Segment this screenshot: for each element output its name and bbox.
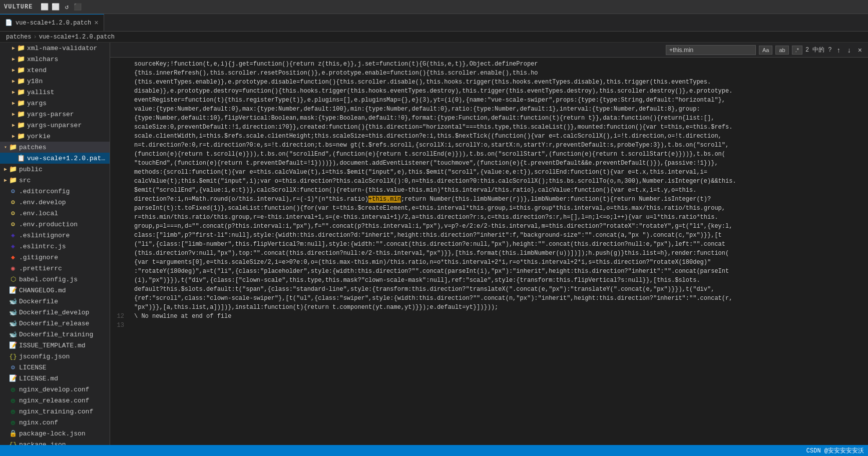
code-line: scaleSize:0,preventDefault:!1,direction:… (110, 123, 868, 132)
line-content: :"rotateY(180deg)",a=t("li",{class:"plac… (130, 267, 868, 276)
sidebar-item-eslintignore[interactable]: ◈.eslintignore (0, 230, 110, 241)
find-prev-btn[interactable]: ↑ (835, 45, 842, 55)
sidebar-item-package-json[interactable]: {}package.json (0, 439, 110, 445)
sidebar-item-env-develop[interactable]: ⚙.env.develop (0, 197, 110, 208)
sidebar-item-patches[interactable]: ▾📁patches (0, 142, 110, 153)
breadcrumb-part-file[interactable]: vue-scale+1.2.0.patch (39, 34, 115, 41)
sidebar-label-dockerfile-release: Dockerfile_release (19, 320, 89, 327)
code-line: class:["limb",p?"first-li":null],style:{… (110, 231, 868, 240)
refresh-icon[interactable]: ↺ (63, 3, 71, 11)
eslint-icon: ◈ (9, 231, 17, 239)
folder-icon: 📁 (17, 44, 25, 52)
code-area[interactable]: sourceKey;!function(t,e,i){j.get=functio… (110, 58, 868, 445)
sidebar-item-babel-config[interactable]: ⬡babel.config.js (0, 274, 110, 285)
sidebar-item-jsconfig[interactable]: {}jsconfig.json (0, 351, 110, 362)
sidebar-item-package-lock[interactable]: 🔒package-lock.json (0, 428, 110, 439)
breadcrumb-separator: › (33, 34, 37, 41)
sidebar-item-yargs-parser[interactable]: ▶📁yargs-parser (0, 109, 110, 120)
line-number (110, 276, 130, 285)
line-content: value:{type:Number,default:0},max:{type:… (130, 105, 868, 114)
folder-arrow-y18n: ▶ (10, 78, 17, 84)
sidebar-item-yargs[interactable]: ▶📁yargs (0, 98, 110, 109)
new-folder-icon[interactable]: ⬜ (52, 3, 60, 11)
sidebar-item-dockerfile-training[interactable]: 🐋Dockerfile_training (0, 329, 110, 340)
sidebar-item-license[interactable]: ⚙LICENSE (0, 362, 110, 373)
sidebar-label-xml-name-validator: xml-name-validator (27, 45, 97, 52)
sidebar-item-y18n[interactable]: ▶📁y18n (0, 76, 110, 87)
status-text: CSDN @安安安安安沃 (806, 446, 864, 455)
line-number (110, 69, 130, 78)
sidebar-item-yorkie[interactable]: ▶📁yorkie (0, 131, 110, 142)
sidebar-label-yargs-parser: yargs-parser (27, 111, 74, 118)
sidebar-item-env-production[interactable]: ⚙.env.production (0, 219, 110, 230)
line-number (110, 231, 130, 240)
breadcrumb-part-patches[interactable]: patches (6, 34, 31, 41)
sidebar-item-nginx-develop[interactable]: ◎nginx_develop.conf (0, 384, 110, 395)
line-number (110, 195, 130, 204)
sidebar-item-prettierrc[interactable]: ◉.prettierrc (0, 263, 110, 274)
sidebar-item-xmlchars[interactable]: ▶📁xmlchars (0, 54, 110, 65)
nginx-icon: ◎ (9, 396, 17, 404)
line-number (110, 150, 130, 159)
line-content: r=this.min/this.ratio/this.group,r=e-thi… (130, 213, 868, 222)
sidebar-item-public[interactable]: ▶📁public (0, 164, 110, 175)
sidebar-item-src[interactable]: ▶📁src (0, 175, 110, 186)
folder-arrow-yargs-unparser: ▶ (10, 122, 17, 128)
sidebar-item-yallist[interactable]: ▶📁yallist (0, 87, 110, 98)
line-content: eventRegister=function(t){this.registerT… (130, 96, 868, 105)
line-content: "touchEnd",(function(e){return t.prevent… (130, 159, 868, 168)
new-file-icon[interactable]: ⬜ (41, 3, 49, 11)
md-icon: 📝 (9, 341, 17, 349)
collapse-icon[interactable]: ⬛ (74, 3, 82, 11)
tab-bar: 📄 vue-scale+1.2.0.patch × (0, 14, 868, 32)
code-line: "touchEnd",(function(e){return t.prevent… (110, 159, 868, 168)
line-number: 12 (110, 312, 130, 321)
folder-icon: 📁 (9, 165, 17, 173)
folder-arrow-public: ▶ (2, 166, 9, 172)
sidebar-item-xml-name-validator[interactable]: ▶📁xml-name-validator (0, 43, 110, 54)
line-content: (this.eventTypes.enable)},e.prototype.di… (130, 78, 868, 87)
sidebar-item-nginx-release[interactable]: ◎nginx_release.conf (0, 395, 110, 406)
sidebar-item-dockerfile[interactable]: 🐋Dockerfile (0, 296, 110, 307)
tab-label: vue-scale+1.2.0.patch (16, 20, 91, 27)
tab-patch-file[interactable]: 📄 vue-scale+1.2.0.patch × (0, 14, 104, 31)
sidebar-item-dockerfile-release[interactable]: 🐋Dockerfile_release (0, 318, 110, 329)
sidebar-item-license-md[interactable]: 📝LICENSE.md (0, 373, 110, 384)
find-word-btn[interactable]: ab (775, 46, 788, 55)
find-match-count: 2 中的 ? (805, 46, 832, 54)
find-input[interactable] (666, 45, 756, 55)
sidebar-item-eslintrc[interactable]: ◈.eslintrc.js (0, 241, 110, 252)
sidebar-item-changelog[interactable]: 📝CHANGELOG.md (0, 285, 110, 296)
find-close-btn[interactable]: × (856, 45, 864, 55)
code-line: (this.eventTypes.enable)},e.prototype.di… (110, 78, 868, 87)
sidebar-item-nginx-training[interactable]: ◎nginx_training.conf (0, 406, 110, 417)
sidebar-item-xtend[interactable]: ▶📁xtend (0, 65, 110, 76)
code-line: group,p=l===n,d="".concat(p?this.interva… (110, 222, 868, 231)
find-case-sensitive-btn[interactable]: Aa (759, 46, 772, 55)
find-regex-btn[interactable]: .* (792, 46, 802, 55)
title-bar: VULTURE ⬜ ⬜ ↺ ⬛ (0, 0, 868, 14)
find-next-btn[interactable]: ↓ (845, 45, 853, 55)
line-number (110, 258, 130, 267)
code-line: sourceKey;!function(t,e,i){j.get=functio… (110, 60, 868, 69)
sidebar-item-editorconfig[interactable]: ⚙.editorconfig (0, 186, 110, 197)
sidebar-item-yargs-unparser[interactable]: ▶📁yargs-unparser (0, 120, 110, 131)
line-content: disable)},e.prototype.destroy=function()… (130, 87, 868, 96)
code-line: {var t=arguments[0],e=this.scaleSize/2,i… (110, 258, 868, 267)
line-number (110, 159, 130, 168)
line-number (110, 177, 130, 186)
folder-icon: 📁 (17, 132, 25, 140)
breadcrumb: patches › vue-scale+1.2.0.patch (0, 32, 868, 43)
sidebar-item-vue-scale-patch[interactable]: 📋vue-scale+1.2.0.patch (0, 153, 110, 164)
sidebar-item-dockerfile-develop[interactable]: 🐋Dockerfile_develop (0, 307, 110, 318)
code-line: value:{type:Number,default:0},max:{type:… (110, 105, 868, 114)
tab-close-button[interactable]: × (94, 19, 98, 27)
sidebar-item-gitignore[interactable]: ◆.gitignore (0, 252, 110, 263)
line-content: sourceKey;!function(t,e,i){j.get=functio… (130, 60, 868, 69)
sidebar-item-issue-template[interactable]: 📝ISSUE_TEMPLATE.md (0, 340, 110, 351)
md-icon: 📝 (9, 374, 17, 382)
sidebar-item-env-local[interactable]: ⚙.env.local (0, 208, 110, 219)
docker-icon: 🐋 (9, 330, 17, 338)
git-icon: ◆ (9, 253, 17, 261)
sidebar-item-nginx-conf[interactable]: ◎nginx.conf (0, 417, 110, 428)
